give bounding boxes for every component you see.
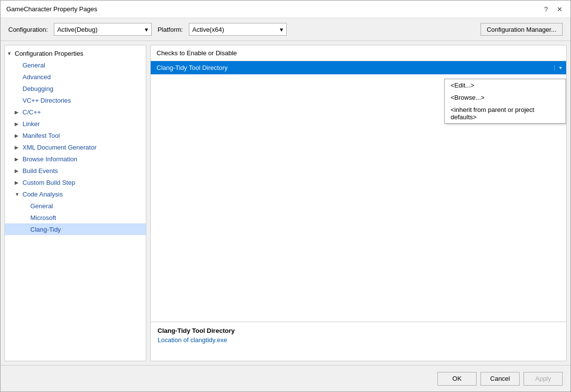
help-button[interactable]: ? bbox=[541, 4, 551, 14]
expand-icon: ▶ bbox=[15, 109, 23, 115]
sidebar-item-configuration-properties[interactable]: ▼ Configuration Properties bbox=[5, 47, 146, 59]
sidebar-item-label: Code Analysis bbox=[23, 191, 63, 198]
expand-icon: ▶ bbox=[15, 121, 23, 127]
footer: OK Cancel Apply bbox=[0, 365, 571, 392]
dropdown-item-browse[interactable]: <Browse...> bbox=[445, 91, 566, 104]
dialog-window: GameCharacter Property Pages ? ✕ Configu… bbox=[0, 0, 571, 392]
sidebar-item-debugging[interactable]: Debugging bbox=[5, 83, 146, 94]
sidebar-item-label: XML Document Generator bbox=[23, 144, 96, 151]
sidebar-item-label: Clang-Tidy bbox=[30, 226, 61, 233]
sidebar-item-cpp[interactable]: ▶ C/C++ bbox=[5, 106, 146, 118]
dropdown-item-inherit[interactable]: <inherit from parent or project defaults… bbox=[445, 104, 566, 123]
expand-icon: ▶ bbox=[15, 180, 23, 185]
sidebar-item-vc-directories[interactable]: VC++ Directories bbox=[5, 94, 146, 106]
sidebar-item-clang-tidy[interactable]: Clang-Tidy bbox=[5, 223, 146, 235]
sidebar-item-general[interactable]: General bbox=[5, 59, 146, 71]
apply-button[interactable]: Apply bbox=[524, 372, 563, 386]
sidebar-item-build-events[interactable]: ▶ Build Events bbox=[5, 165, 146, 176]
close-button[interactable]: ✕ bbox=[555, 4, 565, 14]
config-bar: Configuration: Active(Debug) ▾ Platform:… bbox=[0, 18, 571, 41]
sidebar-tree: ▼ Configuration Properties General Advan… bbox=[4, 45, 146, 361]
tree-root: ▼ Configuration Properties General Advan… bbox=[5, 45, 146, 237]
property-name: Clang-Tidy Tool Directory bbox=[151, 64, 297, 71]
sidebar-item-browse-information[interactable]: ▶ Browse Information bbox=[5, 153, 146, 165]
platform-dropdown[interactable]: Active(x64) ▾ bbox=[189, 23, 287, 36]
dropdown-item-edit[interactable]: <Edit...> bbox=[445, 79, 566, 91]
expand-icon: ▼ bbox=[15, 192, 23, 197]
sidebar-item-label: Manifest Tool bbox=[23, 132, 60, 139]
description-area: Clang-Tidy Tool Directory Location of cl… bbox=[151, 322, 566, 361]
sidebar-item-custom-build-step[interactable]: ▶ Custom Build Step bbox=[5, 176, 146, 188]
config-dropdown-arrow: ▾ bbox=[145, 26, 148, 33]
platform-label: Platform: bbox=[158, 26, 183, 33]
sidebar-item-label: C/C++ bbox=[23, 109, 41, 116]
ok-button[interactable]: OK bbox=[437, 372, 477, 386]
platform-dropdown-arrow: ▾ bbox=[280, 26, 283, 33]
sidebar-item-label: Linker bbox=[23, 120, 40, 128]
property-header: Checks to Enable or Disable bbox=[151, 45, 566, 61]
dropdown-popup: <Edit...> <Browse...> <inherit from pare… bbox=[444, 79, 566, 124]
sidebar-item-linker[interactable]: ▶ Linker bbox=[5, 118, 146, 130]
title-bar-controls: ? ✕ bbox=[541, 4, 565, 14]
sidebar-item-microsoft[interactable]: Microsoft bbox=[5, 212, 146, 223]
property-value[interactable]: ▾ <Edit...> <Browse...> <inherit from pa… bbox=[297, 65, 566, 70]
expand-icon: ▶ bbox=[15, 133, 23, 138]
sidebar-item-label: General bbox=[23, 62, 45, 69]
sidebar-item-code-analysis[interactable]: ▼ Code Analysis bbox=[5, 188, 146, 200]
configuration-manager-button[interactable]: Configuration Manager... bbox=[480, 23, 563, 36]
expand-icon: ▶ bbox=[15, 145, 23, 150]
description-text: Location of clangtidy.exe bbox=[158, 336, 559, 344]
property-area: Checks to Enable or Disable Clang-Tidy T… bbox=[151, 45, 566, 322]
expand-icon: ▶ bbox=[15, 168, 23, 174]
right-panel: Checks to Enable or Disable Clang-Tidy T… bbox=[150, 45, 567, 361]
description-title: Clang-Tidy Tool Directory bbox=[158, 327, 559, 334]
dropdown-arrow[interactable]: ▾ bbox=[554, 65, 566, 70]
sidebar-item-label: Custom Build Step bbox=[23, 179, 75, 186]
sidebar-item-manifest-tool[interactable]: ▶ Manifest Tool bbox=[5, 130, 146, 141]
cancel-button[interactable]: Cancel bbox=[480, 372, 520, 386]
property-table: Clang-Tidy Tool Directory ▾ <Edit...> <B… bbox=[151, 61, 566, 322]
sidebar-item-label: Configuration Properties bbox=[15, 50, 83, 57]
expand-icon: ▼ bbox=[7, 51, 15, 56]
dialog-title: GameCharacter Property Pages bbox=[6, 5, 97, 13]
title-bar: GameCharacter Property Pages ? ✕ bbox=[0, 0, 571, 18]
sidebar-item-label: Build Events bbox=[23, 167, 58, 174]
property-row-clang-tidy-tool-directory[interactable]: Clang-Tidy Tool Directory ▾ <Edit...> <B… bbox=[151, 61, 566, 75]
expand-icon: ▶ bbox=[15, 156, 23, 162]
sidebar-item-label: Debugging bbox=[23, 85, 53, 92]
sidebar-item-xml-document-generator[interactable]: ▶ XML Document Generator bbox=[5, 141, 146, 153]
sidebar-item-label: General bbox=[30, 202, 53, 210]
sidebar-item-label: Advanced bbox=[23, 73, 51, 81]
configuration-dropdown[interactable]: Active(Debug) ▾ bbox=[54, 23, 152, 36]
sidebar-item-ca-general[interactable]: General bbox=[5, 200, 146, 212]
sidebar-item-label: Browse Information bbox=[23, 155, 77, 163]
main-content: ▼ Configuration Properties General Advan… bbox=[0, 41, 571, 365]
config-label: Configuration: bbox=[8, 26, 48, 33]
sidebar-item-advanced[interactable]: Advanced bbox=[5, 71, 146, 83]
sidebar-item-label: Microsoft bbox=[30, 214, 56, 221]
sidebar-item-label: VC++ Directories bbox=[23, 97, 71, 104]
